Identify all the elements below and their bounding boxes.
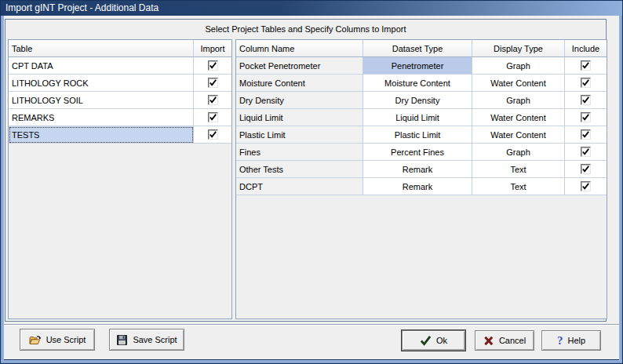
question-mark-icon: ?: [557, 335, 563, 347]
table-name-cell[interactable]: CPT DATA: [9, 57, 194, 75]
dataset-type-cell[interactable]: Percent Fines: [363, 144, 472, 161]
include-checkbox-checked-icon[interactable]: [581, 129, 591, 140]
include-cell: [565, 75, 607, 92]
display-type-cell[interactable]: Graph: [472, 92, 565, 109]
cancel-label: Cancel: [499, 336, 526, 345]
include-cell: [565, 161, 607, 178]
column-name-cell[interactable]: Other Tests: [236, 161, 363, 178]
dataset-type-cell[interactable]: Moisture Content: [363, 75, 472, 92]
window-title-bar[interactable]: Import gINT Project - Additional Data: [1, 1, 622, 16]
dataset-type-cell[interactable]: Plastic Limit: [363, 126, 472, 144]
include-cell: [565, 126, 607, 144]
window-border-right: [619, 16, 622, 363]
import-checkbox-checked-icon[interactable]: [208, 95, 218, 105]
column-name-cell[interactable]: Plastic Limit: [236, 126, 363, 144]
dataset-type-cell[interactable]: Dry Density: [363, 92, 472, 109]
tables-grid-header-table: Table: [9, 40, 194, 57]
table-row: LITHOLOGY ROCK: [9, 75, 231, 92]
checkmark-icon: [420, 335, 432, 346]
column-name-cell[interactable]: DCPT: [236, 178, 363, 195]
column-name-cell[interactable]: Liquid Limit: [236, 109, 363, 126]
columns-grid: Column Name Dataset Type Display Type In…: [235, 39, 607, 319]
column-row: Plastic Limit Plastic Limit Water Conten…: [236, 126, 607, 144]
column-row: Dry Density Dry Density Graph: [236, 92, 607, 109]
include-checkbox-checked-icon[interactable]: [581, 164, 591, 174]
columns-grid-header-display-type: Display Type: [472, 40, 565, 57]
save-script-label: Save Script: [133, 335, 177, 344]
include-cell: [565, 144, 607, 161]
open-folder-icon: [29, 334, 42, 346]
button-bar-separator: [4, 324, 619, 326]
column-row: DCPT Remark Text: [236, 178, 607, 195]
display-type-cell[interactable]: Water Content: [472, 75, 565, 92]
column-row: Moisture Content Moisture Content Water …: [236, 75, 607, 92]
window-title: Import gINT Project - Additional Data: [5, 2, 158, 13]
use-script-label: Use Script: [46, 335, 86, 344]
column-name-cell[interactable]: Dry Density: [236, 92, 363, 109]
table-name-cell[interactable]: REMARKS: [9, 109, 194, 126]
display-type-cell[interactable]: Graph: [472, 57, 565, 75]
import-selection-panel: Select Project Tables and Specify Column…: [5, 19, 607, 322]
column-name-cell[interactable]: Fines: [236, 144, 363, 161]
help-button[interactable]: ? Help: [541, 330, 601, 351]
import-checkbox-checked-icon[interactable]: [208, 112, 218, 122]
display-type-cell[interactable]: Text: [472, 178, 565, 195]
tables-grid: Table Import CPT DATA LITHOLOGY ROCK: [8, 39, 232, 319]
column-row: Pocket Penetrometer Penetrometer Graph: [236, 57, 607, 75]
columns-grid-header-include: Include: [565, 40, 607, 57]
table-row: CPT DATA: [9, 57, 231, 75]
include-cell: [565, 109, 607, 126]
columns-grid-header-column-name: Column Name: [236, 40, 363, 57]
include-checkbox-checked-icon[interactable]: [581, 60, 591, 71]
display-type-cell[interactable]: Text: [472, 161, 565, 178]
display-type-cell[interactable]: Graph: [472, 144, 565, 161]
column-row: Fines Percent Fines Graph: [236, 144, 607, 161]
import-checkbox-checked-icon[interactable]: [208, 60, 218, 71]
dialog-window: Import gINT Project - Additional Data Se…: [0, 0, 623, 364]
x-icon: [483, 335, 494, 346]
table-row: REMARKS: [9, 109, 231, 126]
column-row: Other Tests Remark Text: [236, 161, 607, 178]
tables-grid-header-import: Import: [194, 40, 231, 57]
columns-grid-header-row: Column Name Dataset Type Display Type In…: [236, 40, 607, 57]
save-script-button[interactable]: Save Script: [109, 329, 184, 351]
include-cell: [565, 92, 607, 109]
display-type-cell[interactable]: Water Content: [472, 109, 565, 126]
ok-button[interactable]: Ok: [402, 330, 465, 351]
use-script-button[interactable]: Use Script: [20, 329, 95, 351]
display-type-cell[interactable]: Water Content: [472, 126, 565, 144]
import-checkbox-checked-icon[interactable]: [208, 78, 218, 88]
table-row: LITHOLOGY SOIL: [9, 92, 231, 109]
table-name-cell[interactable]: LITHOLOGY SOIL: [9, 92, 194, 109]
import-cell: [194, 92, 231, 109]
cancel-button[interactable]: Cancel: [475, 330, 534, 351]
dialog-client-area: Select Project Tables and Specify Column…: [4, 16, 619, 359]
import-cell: [194, 57, 231, 75]
dataset-type-cell[interactable]: Remark: [363, 178, 472, 195]
include-checkbox-checked-icon[interactable]: [581, 181, 591, 191]
import-checkbox-checked-icon[interactable]: [208, 129, 218, 140]
import-cell: [194, 109, 231, 126]
include-checkbox-checked-icon[interactable]: [581, 112, 591, 122]
include-cell: [565, 178, 607, 195]
column-row: Liquid Limit Liquid Limit Water Content: [236, 109, 607, 126]
dataset-type-cell[interactable]: Remark: [363, 161, 472, 178]
column-name-cell[interactable]: Moisture Content: [236, 75, 363, 92]
include-checkbox-checked-icon[interactable]: [581, 147, 591, 157]
window-border-bottom: [1, 360, 622, 363]
floppy-disk-icon: [116, 334, 128, 346]
include-checkbox-checked-icon[interactable]: [581, 78, 591, 88]
include-cell: [565, 57, 607, 75]
columns-grid-header-dataset-type: Dataset Type: [363, 40, 472, 57]
dataset-type-cell[interactable]: Liquid Limit: [363, 109, 472, 126]
table-name-cell[interactable]: LITHOLOGY ROCK: [9, 75, 194, 92]
dataset-type-cell-selected[interactable]: Penetrometer: [363, 57, 472, 75]
help-label: Help: [567, 336, 585, 345]
panel-instruction: Select Project Tables and Specify Column…: [5, 24, 606, 34]
include-checkbox-checked-icon[interactable]: [581, 95, 591, 105]
import-cell: [194, 126, 231, 144]
column-name-cell[interactable]: Pocket Penetrometer: [236, 57, 363, 75]
tables-grid-header-row: Table Import: [9, 40, 231, 57]
table-row-selected: TESTS: [9, 126, 231, 144]
table-name-cell-selected[interactable]: TESTS: [9, 126, 194, 144]
